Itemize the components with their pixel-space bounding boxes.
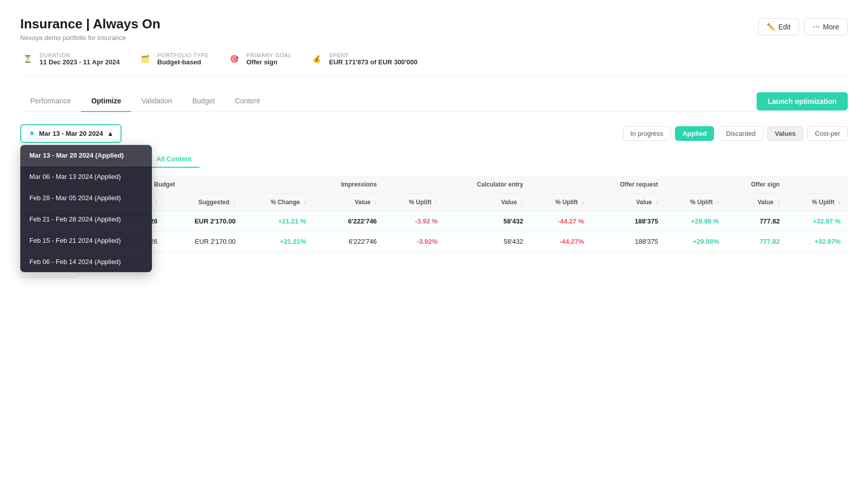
cell-offer-req-uplift: +29.98 % <box>665 211 726 232</box>
subh-calc-value[interactable]: Value ↕ <box>445 194 530 211</box>
subh-offer-sign-value[interactable]: Value ↕ <box>726 194 787 211</box>
cell-budget-suggested: EUR 2'170.00 <box>165 232 243 252</box>
dropdown-item-0[interactable]: Mar 13 - Mar 20 2024 (Applied) <box>20 145 152 166</box>
optimize-toolbar: ✦ Mar 13 - Mar 20 2024 ▲ Mar 13 - Mar 20… <box>20 124 848 143</box>
title-section: Insurance | Always On Nexoya demo portfo… <box>20 16 161 42</box>
meta-primary-goal: 🎯 PRIMARY GOAL Offer sign <box>227 52 291 66</box>
subtab-all-content[interactable]: All Content <box>148 151 200 168</box>
col-offer-req-header: Offer request <box>591 176 665 194</box>
date-dropdown: Mar 13 - Mar 20 2024 (Applied) Mar 06 - … <box>20 145 152 272</box>
subh-calc-uplift[interactable]: % Uplift ↕ <box>530 194 591 211</box>
edit-icon: ✏️ <box>767 23 775 31</box>
cell-calc-uplift: -44.27 % <box>530 211 591 232</box>
subh-impressions-uplift[interactable]: % Uplift ↕ <box>384 194 445 211</box>
subh-offer-req-value[interactable]: Value ↕ <box>591 194 665 211</box>
toolbar-left: ✦ Mar 13 - Mar 20 2024 ▲ Mar 13 - Mar 20… <box>20 124 122 143</box>
header-actions: ✏️ Edit ⋯ More <box>758 18 848 35</box>
subh-offer-req-uplift[interactable]: % Uplift ↕ <box>665 194 726 211</box>
edit-label: Edit <box>778 23 791 31</box>
status-in-progress-button[interactable]: In progress <box>623 126 671 141</box>
tabs-left: Performance Optimize Validation Budget C… <box>20 91 270 111</box>
goal-icon: 🎯 <box>227 52 241 66</box>
primary-goal-value: Offer sign <box>246 58 291 66</box>
date-picker-label: Mar 13 - Mar 20 2024 <box>39 130 103 137</box>
more-button[interactable]: ⋯ More <box>804 18 848 35</box>
cell-impressions: 6'222'746 <box>313 232 384 252</box>
primary-goal-label: PRIMARY GOAL <box>246 52 291 58</box>
date-picker-button[interactable]: ✦ Mar 13 - Mar 20 2024 ▲ <box>20 124 122 143</box>
page-subtitle: Nexoya demo portfolio for insurance <box>20 34 161 42</box>
portfolio-type-label: PORTFOLIO TYPE <box>157 52 209 58</box>
status-applied-button[interactable]: Applied <box>675 126 715 141</box>
col-offer-sign-uplift-header <box>787 176 848 194</box>
cell-offer-req-uplift: +29.98% <box>665 232 726 252</box>
cell-impressions-uplift: -3.92 % <box>384 211 445 232</box>
portfolio-type-value: Budget-based <box>157 58 209 66</box>
view-cost-per-button[interactable]: Cost-per <box>807 126 848 141</box>
tab-content[interactable]: Content <box>225 91 270 112</box>
subh-offer-sign-uplift[interactable]: % Uplift ↕ <box>787 194 848 211</box>
header: Insurance | Always On Nexoya demo portfo… <box>20 16 848 42</box>
main-tabs: Performance Optimize Validation Budget C… <box>20 91 848 112</box>
launch-optimization-button[interactable]: Launch optimization <box>757 92 848 110</box>
dropdown-item-1[interactable]: Mar 06 - Mar 13 2024 (Applied) <box>20 166 152 188</box>
col-budget-change-header <box>243 176 313 194</box>
tab-budget[interactable]: Budget <box>182 91 225 112</box>
spent-value: EUR 171'873 of EUR 300'000 <box>329 58 418 66</box>
edit-button[interactable]: ✏️ Edit <box>758 18 799 35</box>
main-page: Insurance | Always On Nexoya demo portfo… <box>0 0 868 294</box>
duration-icon: ⏳ <box>20 52 34 66</box>
dropdown-item-2[interactable]: Feb 28 - Mar 05 2024 (Applied) <box>20 188 152 209</box>
dropdown-item-5[interactable]: Feb 06 - Feb 14 2024 (Applied) <box>20 251 152 272</box>
tab-optimize[interactable]: Optimize <box>81 91 131 112</box>
cell-impressions: 6'222'746 <box>313 211 384 232</box>
spent-label: SPENT <box>329 52 418 58</box>
toolbar-right: In progress Applied Discarded Values Cos… <box>623 126 848 141</box>
cell-budget-change: +21.21% <box>243 232 313 252</box>
col-offer-req-uplift-header <box>665 176 726 194</box>
col-calc-entry-header: Calculator entry <box>445 176 530 194</box>
cell-impressions-uplift: -3.92% <box>384 232 445 252</box>
meta-bar: ⏳ DURATION 11 Dec 2023 - 11 Apr 2024 🗂️ … <box>20 52 848 77</box>
col-impressions-uplift-header <box>384 176 445 194</box>
page-title: Insurance | Always On <box>20 16 161 32</box>
duration-value: 11 Dec 2023 - 11 Apr 2024 <box>40 58 120 66</box>
col-offer-sign-header: Offer sign <box>726 176 787 194</box>
view-values-button[interactable]: Values <box>767 126 803 141</box>
subh-impressions-value[interactable]: Value ↕ <box>313 194 384 211</box>
chevron-up-icon: ▲ <box>107 130 113 137</box>
spent-icon: 💰 <box>310 52 324 66</box>
cell-budget-suggested: EUR 2'170.00 <box>165 211 243 232</box>
meta-portfolio-type: 🗂️ PORTFOLIO TYPE Budget-based <box>138 52 209 66</box>
tab-validation[interactable]: Validation <box>131 91 182 112</box>
status-discarded-button[interactable]: Discarded <box>718 126 763 141</box>
cell-offer-req: 188'375 <box>591 232 665 252</box>
cell-offer-req: 188'375 <box>591 211 665 232</box>
more-dots-icon: ⋯ <box>813 23 820 31</box>
subh-budget-suggested[interactable]: Suggested ↕ <box>165 194 243 211</box>
meta-spent: 💰 SPENT EUR 171'873 of EUR 300'000 <box>310 52 418 66</box>
col-impressions-header: Impressions <box>313 176 384 194</box>
meta-duration: ⏳ DURATION 11 Dec 2023 - 11 Apr 2024 <box>20 52 120 66</box>
calendar-icon: ✦ <box>28 129 35 138</box>
subh-budget-change[interactable]: % Change ↕ <box>243 194 313 211</box>
cell-budget-change: +21.21 % <box>243 211 313 232</box>
cell-calc-entry: 58'432 <box>445 211 530 232</box>
dropdown-item-3[interactable]: Feb 21 - Feb 28 2024 (Applied) <box>20 209 152 230</box>
more-label: More <box>823 23 839 31</box>
portfolio-icon: 🗂️ <box>138 52 152 66</box>
tab-performance[interactable]: Performance <box>20 91 81 112</box>
cell-offer-sign-uplift: +32.97 % <box>787 211 848 232</box>
dropdown-item-4[interactable]: Feb 15 - Feb 21 2024 (Applied) <box>20 230 152 251</box>
cell-calc-entry: 58'432 <box>445 232 530 252</box>
cell-offer-sign: 777.82 <box>726 211 787 232</box>
duration-label: DURATION <box>40 52 120 58</box>
cell-offer-sign: 777.82 <box>726 232 787 252</box>
cell-calc-uplift: -44.27% <box>530 232 591 252</box>
col-calc-uplift-header <box>530 176 591 194</box>
cell-offer-sign-uplift: +32.97% <box>787 232 848 252</box>
